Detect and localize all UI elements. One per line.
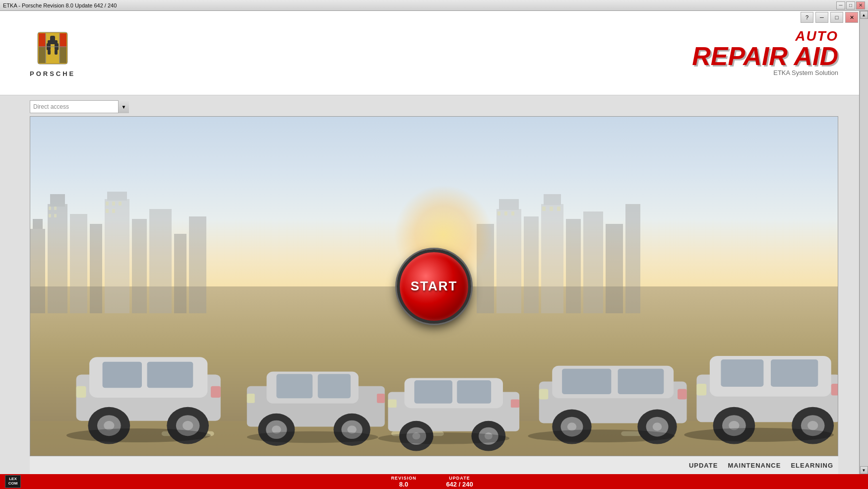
svg-rect-102 [539, 389, 549, 400]
elearning-link[interactable]: ELEARNING [791, 462, 833, 469]
svg-point-101 [653, 422, 662, 430]
svg-point-118 [378, 432, 509, 444]
svg-rect-9 [60, 33, 66, 47]
svg-rect-94 [562, 369, 611, 394]
right-scrollbar[interactable]: ▲ ▼ [859, 11, 868, 474]
close-button[interactable]: ✕ [856, 1, 865, 9]
maximize-button[interactable]: □ [846, 1, 855, 9]
svg-rect-38 [54, 207, 57, 210]
revision-info: REVISION 8.0 [391, 476, 416, 488]
svg-rect-82 [414, 380, 452, 404]
svg-rect-10 [39, 47, 46, 63]
scroll-track[interactable] [860, 19, 868, 466]
repair-aid-logo: AUTO REPAIR AID ETKA System Solution [692, 29, 838, 76]
window-minimize-button[interactable]: ─ [815, 12, 828, 23]
svg-rect-46 [497, 211, 500, 215]
svg-rect-70 [276, 374, 312, 398]
svg-rect-32 [544, 194, 561, 205]
direct-access-wrapper[interactable]: Direct access ▼ [30, 100, 129, 113]
repair-aid-label: REPAIR AID [692, 43, 838, 69]
svg-rect-12 [45, 33, 46, 63]
svg-point-98 [567, 422, 577, 430]
svg-rect-78 [247, 394, 255, 403]
svg-rect-66 [76, 386, 86, 398]
svg-rect-71 [318, 374, 351, 398]
scroll-up-button[interactable]: ▲ [860, 11, 868, 19]
top-area: PORSCHE AUTO REPAIR AID ETKA System Solu… [0, 11, 868, 95]
scroll-down-button[interactable]: ▼ [860, 466, 868, 474]
top-window-controls: ? ─ □ ✕ [801, 12, 858, 23]
svg-rect-59 [147, 362, 193, 388]
svg-point-65 [183, 421, 193, 430]
svg-rect-107 [771, 359, 818, 387]
start-button[interactable]: START [397, 249, 471, 324]
svg-rect-91 [511, 400, 519, 408]
svg-point-119 [528, 429, 675, 442]
start-button-container[interactable]: START [397, 249, 471, 324]
svg-rect-13 [59, 33, 60, 63]
svg-rect-29 [499, 199, 519, 210]
update-label: UPDATE [449, 476, 470, 481]
lex-com-icon: LEX COM [5, 475, 21, 488]
svg-point-116 [66, 428, 211, 442]
svg-rect-47 [504, 211, 507, 215]
svg-rect-103 [678, 389, 687, 400]
update-info: UPDATE 642 / 240 [446, 476, 473, 488]
svg-rect-39 [49, 214, 51, 217]
svg-rect-49 [542, 207, 546, 211]
direct-access-row: Direct access ▼ [30, 95, 838, 116]
svg-rect-8 [39, 33, 46, 47]
svg-rect-90 [388, 400, 396, 408]
svg-rect-41 [106, 202, 109, 206]
svg-rect-44 [106, 209, 109, 213]
minimize-button[interactable]: ─ [836, 1, 845, 9]
svg-rect-115 [831, 384, 838, 395]
status-bar: LEX COM REVISION 8.0 UPDATE 642 / 240 [0, 474, 868, 489]
svg-rect-7 [55, 50, 58, 55]
svg-point-120 [684, 428, 834, 442]
auto-label: AUTO [692, 29, 838, 43]
window-maximize-button[interactable]: □ [830, 12, 843, 23]
direct-access-select[interactable]: Direct access [30, 100, 129, 113]
svg-rect-16 [33, 219, 43, 229]
svg-rect-95 [618, 369, 664, 394]
title-bar: ETKA - Porsche Revision 8.0 Update 642 /… [0, 0, 868, 11]
svg-rect-79 [377, 394, 385, 403]
svg-point-62 [104, 421, 114, 430]
maintenance-link[interactable]: MAINTENANCE [728, 462, 781, 469]
svg-rect-18 [50, 194, 65, 207]
svg-rect-40 [54, 214, 57, 217]
window-title: ETKA - Porsche Revision 8.0 Update 642 /… [3, 2, 117, 8]
svg-rect-58 [103, 362, 142, 388]
window-close-button[interactable]: ✕ [845, 12, 858, 23]
svg-rect-50 [550, 207, 553, 211]
hero-area: Direct access ▼ [30, 95, 838, 474]
svg-rect-37 [49, 207, 51, 210]
cars-hero-container: START [30, 116, 838, 456]
update-value: 642 / 240 [446, 481, 473, 488]
svg-rect-6 [48, 50, 51, 55]
status-left: LEX COM [5, 475, 21, 488]
svg-rect-83 [457, 380, 491, 404]
svg-rect-106 [721, 359, 763, 387]
svg-rect-48 [511, 211, 514, 215]
help-button[interactable]: ? [801, 12, 813, 23]
revision-label: REVISION [391, 476, 416, 481]
title-bar-buttons: ─ □ ✕ [836, 1, 865, 9]
porsche-name: PORSCHE [30, 70, 75, 77]
svg-rect-11 [60, 47, 66, 63]
svg-rect-114 [696, 384, 706, 395]
bottom-links-bar: UPDATE MAINTENANCE ELEARNING [30, 456, 838, 474]
content-area: Direct access ▼ [0, 95, 868, 474]
svg-rect-14 [39, 46, 66, 47]
revision-value: 8.0 [399, 481, 408, 488]
porsche-logo-area: PORSCHE [30, 28, 75, 77]
svg-rect-22 [107, 192, 127, 201]
svg-rect-43 [119, 202, 122, 206]
status-center: REVISION 8.0 UPDATE 642 / 240 [21, 476, 843, 488]
svg-rect-51 [557, 207, 560, 211]
porsche-crest-icon [33, 28, 72, 68]
update-link[interactable]: UPDATE [689, 462, 718, 469]
svg-point-113 [807, 421, 818, 430]
svg-rect-42 [112, 202, 115, 206]
